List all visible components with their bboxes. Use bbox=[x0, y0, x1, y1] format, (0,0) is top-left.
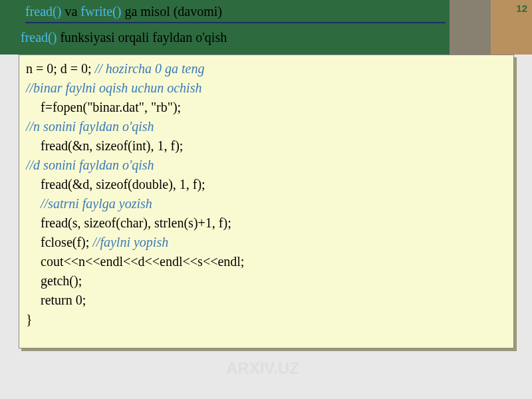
code-text: } bbox=[26, 312, 33, 327]
code-text: fread(&d, sizeof(double), 1, f); bbox=[26, 175, 205, 194]
tab-decoration-brown: 12 bbox=[491, 0, 532, 55]
code-comment: //faylni yopish bbox=[92, 235, 168, 249]
watermark: ARXIV.UZ bbox=[226, 359, 299, 378]
header-text-area: fread() va fwrite() ga misol (davomi) fr… bbox=[0, 0, 450, 55]
code-line: cout<<n<<endl<<d<<endl<<s<<endl; bbox=[26, 252, 507, 271]
title-text-rest: ga misol (davomi) bbox=[121, 4, 222, 19]
code-block: n = 0; d = 0; // hozircha 0 ga teng //bi… bbox=[19, 55, 514, 348]
subtitle-text-rest: funksiyasi orqali fayldan o'qish bbox=[57, 30, 227, 45]
page-number: 12 bbox=[516, 3, 527, 14]
header-tabs: 12 bbox=[450, 0, 532, 55]
slide-title: fread() va fwrite() ga misol (davomi) bbox=[25, 4, 446, 23]
code-line: fclose(f); //faylni yopish bbox=[26, 233, 507, 252]
code-line: //satrni faylga yozish bbox=[26, 194, 507, 213]
code-line: fread(&n, sizeof(int), 1, f); bbox=[26, 136, 507, 156]
code-line: //d sonini fayldan o'qish bbox=[26, 156, 507, 175]
title-function-2: fwrite() bbox=[80, 4, 121, 19]
code-text: fread(s, sizeof(char), strlen(s)+1, f); bbox=[26, 213, 231, 233]
slide-header: fread() va fwrite() ga misol (davomi) fr… bbox=[0, 0, 532, 55]
code-comment: //n sonini fayldan o'qish bbox=[26, 119, 154, 134]
code-comment: //binar faylni oqish uchun ochish bbox=[26, 80, 201, 95]
title-function-1: fread() bbox=[25, 4, 61, 19]
code-line: getch(); bbox=[26, 271, 507, 291]
subtitle-function: fread() bbox=[21, 30, 57, 45]
code-text: return 0; bbox=[26, 291, 86, 310]
code-comment: // hozircha 0 ga teng bbox=[95, 61, 205, 76]
code-line: //n sonini fayldan o'qish bbox=[26, 117, 507, 136]
code-line: //binar faylni oqish uchun ochish bbox=[26, 78, 507, 98]
code-text: getch(); bbox=[26, 271, 82, 291]
code-line: n = 0; d = 0; // hozircha 0 ga teng bbox=[26, 59, 507, 78]
code-comment: //satrni faylga yozish bbox=[26, 194, 152, 213]
code-text: n = 0; d = 0; bbox=[26, 61, 95, 76]
code-text: fclose(f); //faylni yopish bbox=[26, 233, 168, 252]
code-comment: //d sonini fayldan o'qish bbox=[26, 158, 154, 172]
code-line: return 0; bbox=[26, 291, 507, 310]
code-line: f=fopen("binar.dat", "rb"); bbox=[26, 98, 507, 117]
title-text-mid: va bbox=[61, 4, 80, 19]
slide-subtitle: fread() funksiyasi orqali fayldan o'qish bbox=[21, 30, 450, 45]
tab-decoration-gray bbox=[450, 0, 491, 55]
code-line: } bbox=[26, 310, 507, 329]
code-text: fread(&n, sizeof(int), 1, f); bbox=[26, 136, 183, 156]
code-text: cout<<n<<endl<<d<<endl<<s<<endl; bbox=[26, 252, 244, 271]
code-text: fclose(f); bbox=[41, 235, 92, 249]
code-text: f=fopen("binar.dat", "rb"); bbox=[26, 98, 181, 117]
code-line: fread(&d, sizeof(double), 1, f); bbox=[26, 175, 507, 194]
code-line: fread(s, sizeof(char), strlen(s)+1, f); bbox=[26, 213, 507, 233]
